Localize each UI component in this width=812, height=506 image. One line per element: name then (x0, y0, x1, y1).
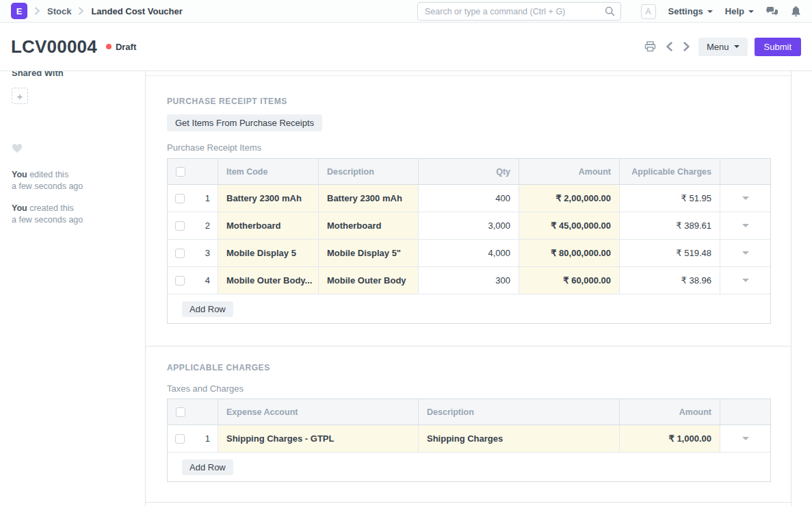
row-checkbox[interactable] (175, 276, 185, 286)
top-navbar: E Stock Landed Cost Voucher A Settings H… (0, 0, 812, 23)
cell-applicable-charges[interactable]: ₹ 389.61 (620, 212, 720, 239)
cell-qty[interactable]: 3,000 (419, 212, 519, 239)
print-icon[interactable] (643, 40, 657, 53)
avatar[interactable]: A (641, 4, 656, 19)
cell-item-code[interactable]: Mobile Display 5 (218, 240, 319, 266)
grid-header-row: Item Code Description Qty Amount Applica… (168, 159, 770, 185)
chevron-down-icon (748, 10, 754, 13)
row-index: 2 (205, 220, 210, 231)
activity-item: You created this a few seconds ago (12, 203, 83, 226)
get-items-button[interactable]: Get Items From Purchase Receipts (167, 114, 322, 131)
add-row-button[interactable]: Add Row (182, 459, 233, 475)
cell-qty[interactable]: 400 (419, 185, 519, 212)
breadcrumb-chevron-icon (34, 7, 40, 15)
prev-button[interactable] (664, 40, 675, 53)
row-expand-caret-icon[interactable] (742, 437, 749, 440)
cell-description[interactable]: Motherboard (319, 212, 419, 239)
cell-amount[interactable]: ₹ 80,00,000.00 (519, 240, 620, 266)
cell-item-code[interactable]: Motherboard (218, 212, 319, 239)
cell-applicable-charges[interactable]: ₹ 519.48 (620, 240, 720, 266)
row-index: 4 (205, 275, 210, 286)
global-search (417, 2, 621, 21)
section-heading-applicable-charges: APPLICABLE CHARGES (167, 363, 270, 372)
cell-applicable-charges[interactable]: ₹ 38.96 (620, 267, 720, 294)
row-expand-caret-icon[interactable] (742, 224, 749, 227)
cell-qty[interactable]: 300 (419, 267, 519, 294)
cell-description[interactable]: Mobile Display 5" (319, 240, 419, 266)
cell-amount[interactable]: ₹ 60,000.00 (519, 267, 620, 294)
section-heading-purchase-receipt-items: PURCHASE RECEIPT ITEMS (167, 97, 287, 106)
cell-description[interactable]: Shipping Charges (419, 425, 620, 452)
add-row-button[interactable]: Add Row (182, 301, 233, 317)
taxes-and-charges-grid: Expense Account Description Amount 1 Shi… (167, 399, 771, 482)
cell-item-code[interactable]: Mobile Outer Body... (218, 267, 319, 294)
bell-icon[interactable] (791, 5, 801, 17)
section-divider (146, 502, 791, 503)
app-logo[interactable]: E (11, 3, 27, 19)
breadcrumb-landed-cost-voucher[interactable]: Landed Cost Voucher (91, 6, 182, 16)
search-input[interactable] (417, 2, 621, 21)
select-all-checkbox[interactable] (176, 167, 185, 177)
status-label: Draft (116, 42, 136, 52)
activity-action: created this (27, 203, 74, 213)
row-checkbox[interactable] (175, 194, 185, 203)
row-expand-caret-icon[interactable] (742, 197, 749, 200)
cell-applicable-charges[interactable]: ₹ 51.95 (620, 185, 720, 212)
activity-item: You edited this a few seconds ago (12, 169, 83, 192)
select-all-checkbox[interactable] (176, 407, 185, 417)
cell-amount[interactable]: ₹ 2,00,000.00 (519, 185, 620, 212)
grid-row: 4 Mobile Outer Body... Mobile Outer Body… (168, 267, 770, 294)
cell-expense-account[interactable]: Shipping Charges - GTPL (218, 425, 419, 452)
grid-row: 2 Motherboard Motherboard 3,000 ₹ 45,00,… (168, 212, 770, 240)
row-index: 3 (205, 248, 210, 258)
navbar-right-group: A Settings Help (641, 0, 801, 23)
col-header-qty: Qty (419, 159, 519, 184)
cell-item-code[interactable]: Battery 2300 mAh (218, 185, 319, 212)
col-header-description: Description (319, 159, 419, 184)
grid-row: 1 Shipping Charges - GTPL Shipping Charg… (168, 425, 770, 453)
draft-dot-icon (106, 44, 112, 49)
purchase-receipt-items-grid: Item Code Description Qty Amount Applica… (167, 158, 771, 324)
row-index: 1 (205, 193, 210, 203)
cell-amount[interactable]: ₹ 45,00,000.00 (519, 212, 620, 239)
help-label: Help (725, 6, 744, 16)
row-checkbox[interactable] (175, 249, 185, 258)
grid-row: 1 Battery 2300 mAh Battery 2300 mAh 400 … (168, 185, 770, 212)
section-divider (146, 346, 791, 346)
col-header-item-code: Item Code (218, 159, 319, 184)
row-checkbox[interactable] (175, 221, 185, 231)
cell-amount[interactable]: ₹ 1,000.00 (620, 425, 720, 452)
menu-button-label: Menu (707, 42, 729, 52)
activity-when: a few seconds ago (12, 214, 83, 226)
add-share-button[interactable]: + (12, 88, 28, 104)
search-icon (605, 6, 615, 16)
help-menu[interactable]: Help (725, 6, 754, 16)
cell-description[interactable]: Battery 2300 mAh (319, 185, 419, 212)
page-title: LCV00004 (11, 36, 97, 58)
submit-button[interactable]: Submit (755, 38, 801, 56)
grid-row: 3 Mobile Display 5 Mobile Display 5" 4,0… (168, 240, 770, 267)
cell-description[interactable]: Mobile Outer Body (319, 267, 419, 294)
settings-label: Settings (668, 6, 703, 16)
menu-button[interactable]: Menu (698, 38, 748, 56)
form-main-section: PURCHASE RECEIPT ITEMS Get Items From Pu… (145, 71, 791, 506)
activity-actor: You (12, 170, 27, 179)
row-index: 1 (205, 433, 210, 444)
chevron-down-icon (707, 10, 713, 13)
col-header-description: Description (419, 399, 620, 425)
settings-menu[interactable]: Settings (668, 6, 713, 16)
row-expand-caret-icon[interactable] (742, 279, 749, 282)
grid-header-row: Expense Account Description Amount (168, 399, 770, 425)
form-sidebar: Shared With + You edited this a few seco… (0, 0, 145, 506)
breadcrumb-stock[interactable]: Stock (47, 6, 71, 16)
heart-icon[interactable] (12, 144, 23, 153)
col-header-amount: Amount (620, 399, 720, 425)
chat-icon[interactable] (766, 6, 778, 17)
breadcrumb-chevron-icon (78, 7, 84, 15)
next-button[interactable] (681, 40, 692, 53)
plus-icon: + (17, 91, 23, 101)
cell-qty[interactable]: 4,000 (419, 240, 519, 266)
activity-action: edited this (27, 170, 68, 179)
row-checkbox[interactable] (175, 434, 185, 444)
row-expand-caret-icon[interactable] (742, 251, 749, 255)
